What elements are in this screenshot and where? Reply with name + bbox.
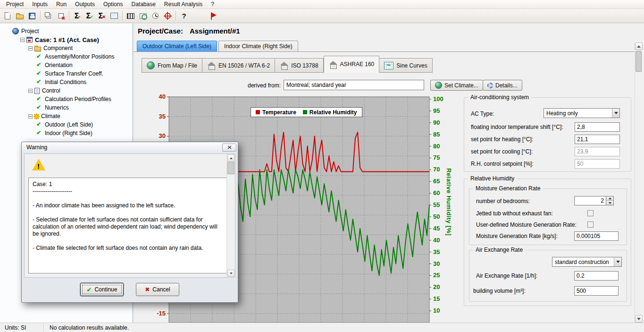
stepper-down-button[interactable] [606, 201, 613, 205]
menu-database[interactable]: Database [127, 0, 159, 9]
bedrooms-input[interactable] [574, 196, 606, 205]
cancel-button[interactable]: ✖ Cancel [136, 283, 179, 296]
scrollbar-thumb[interactable] [227, 162, 234, 174]
check-icon [36, 130, 42, 136]
tree-item-project[interactable]: Project [0, 27, 133, 35]
user-defined-checkbox[interactable] [587, 221, 594, 228]
scroll-down-button[interactable] [635, 315, 643, 323]
set-climate-button[interactable]: Set Climate... [430, 80, 483, 91]
check-icon [36, 62, 42, 68]
scroll-up-button[interactable] [635, 43, 643, 50]
jetted-tub-checkbox[interactable] [587, 210, 594, 216]
menu-result-analysis[interactable]: Result Analysis [160, 0, 207, 9]
stop-calculation-button[interactable] [96, 10, 108, 22]
dialog-titlebar[interactable]: Warning [22, 142, 238, 153]
dialog-buttons: ✔ Continue ✖ Cancel [22, 283, 238, 296]
derived-from-label: derived from: [222, 82, 281, 89]
bedrooms-stepper[interactable] [574, 196, 614, 205]
building-volume-input[interactable] [574, 286, 619, 296]
floating-shift-input[interactable] [575, 122, 620, 132]
climate-tab-en-15026-wta-6-2[interactable]: EN 15026 / WTA 6-2 [202, 58, 275, 73]
tree-item-numerics[interactable]: Numerics [0, 103, 133, 112]
scroll-down-button[interactable] [227, 270, 234, 277]
climate-tab-sine-curves[interactable]: Sine Curves [379, 58, 432, 73]
run-all-cases-button[interactable] [84, 10, 96, 22]
warning-message-line: Case: 1 [33, 181, 218, 188]
tree-item-component[interactable]: Component [0, 44, 133, 52]
tab-outdoor-climate-left-side[interactable]: Outdoor Climate (Left Side) [137, 41, 217, 51]
message-scrollbar[interactable] [226, 154, 234, 277]
status-view-icon [152, 13, 159, 19]
house-icon [280, 62, 288, 69]
copy-case-button[interactable] [42, 10, 55, 22]
save-project-button[interactable] [26, 10, 38, 22]
scroll-up-button[interactable] [227, 154, 234, 162]
tree-item-case-1-1-act-case[interactable]: Case: 1 #1 (Act. Case) [0, 35, 133, 44]
status-view-button[interactable] [149, 10, 161, 22]
relative-humidity-group: Relative Humidity Moisture Generation Ra… [464, 179, 631, 306]
check-icon [36, 70, 42, 77]
tree-item-outdoor-left-side[interactable]: Outdoor (Left Side) [0, 120, 133, 129]
air-exchange-input[interactable] [574, 271, 619, 281]
check-icon [36, 96, 42, 102]
continue-button[interactable]: ✔ Continue [80, 283, 124, 296]
vertical-scrollbar[interactable] [635, 43, 642, 323]
help-button[interactable] [178, 10, 190, 22]
align-view-button[interactable] [161, 10, 174, 22]
climate-tab-label: EN 15026 / WTA 6-2 [218, 62, 270, 69]
menu-outputs[interactable]: Outputs [71, 0, 99, 9]
derived-from-input[interactable] [284, 80, 424, 90]
expander-minus-icon[interactable] [28, 114, 33, 119]
tree-item-assembly-monitor-positions[interactable]: Assembly/Monitor Positions [0, 52, 133, 61]
expander-minus-icon[interactable] [28, 89, 33, 93]
menu-project[interactable]: Project [2, 0, 28, 9]
open-project-button[interactable] [14, 10, 26, 22]
left-tick-label: 35 [159, 113, 166, 120]
right-tick-label: 45 [433, 225, 440, 232]
generation-rate-input[interactable] [574, 231, 619, 241]
film-view-button[interactable] [125, 10, 137, 22]
menu-help[interactable]: ? [207, 0, 218, 9]
control-icon [34, 88, 40, 94]
open-project-icon [16, 15, 24, 19]
scrollbar-thumb[interactable] [636, 51, 642, 72]
climate-tab-label: ASHRAE 160 [340, 61, 375, 68]
right-tick-label: 55 [433, 201, 440, 208]
tree-item-indoor-right-side[interactable]: Indoor (Right Side) [0, 129, 133, 137]
tree-item-calculation-period-profiles[interactable]: Calculation Period/Profiles [0, 95, 133, 103]
left-tick-label: 40 [159, 94, 166, 100]
right-axis-title: Relative Humidity [%] [445, 168, 452, 236]
close-icon[interactable] [222, 144, 236, 152]
tab-indoor-climate-right-side[interactable]: Indoor Climate (Right Side) [218, 41, 298, 51]
climate-tab-iso-13788[interactable]: ISO 13788 [275, 58, 323, 73]
tree-item-initial-conditions[interactable]: Initial Conditions [0, 78, 133, 86]
expander-minus-icon[interactable] [28, 46, 33, 51]
tree-item-control[interactable]: Control [0, 86, 133, 95]
relative-humidity-swatch [303, 110, 307, 114]
chevron-down-icon [612, 109, 619, 118]
expander-minus-icon[interactable] [20, 38, 25, 42]
delete-case-button[interactable] [55, 10, 67, 22]
tree-item-climate[interactable]: Climate [0, 112, 133, 120]
new-project-button[interactable] [1, 10, 14, 22]
tree-item-surface-transfer-coeff[interactable]: Surface Transfer Coeff. [0, 69, 133, 78]
report-view-button[interactable] [137, 10, 149, 22]
wufi-animation-button[interactable] [207, 10, 219, 22]
details-button[interactable]: Details... [483, 80, 522, 91]
ac-type-select[interactable]: Heating only [544, 108, 620, 118]
construction-type-select[interactable]: standard construction [552, 257, 622, 267]
tree-item-label: Initial Conditions [45, 79, 86, 85]
menu-options[interactable]: Options [99, 0, 127, 9]
menu-run[interactable]: Run [52, 0, 71, 9]
legend-relative-humidity: Relative Humidity [303, 109, 357, 116]
climate-tab-ashrae-160[interactable]: ASHRAE 160 [324, 56, 380, 73]
run-all-cases-icon [86, 12, 93, 20]
stepper-up-button[interactable] [606, 196, 613, 201]
result-table-button[interactable] [108, 10, 120, 22]
heating-setpoint-input[interactable] [575, 135, 620, 144]
run-calculation-button[interactable] [71, 10, 84, 22]
climate-tab-from-map-file[interactable]: From Map / File [142, 58, 202, 73]
menu-inputs[interactable]: Inputs [28, 0, 52, 9]
tree-item-orientation[interactable]: Orientation [0, 61, 133, 69]
right-tick-label: 100 [433, 95, 443, 102]
